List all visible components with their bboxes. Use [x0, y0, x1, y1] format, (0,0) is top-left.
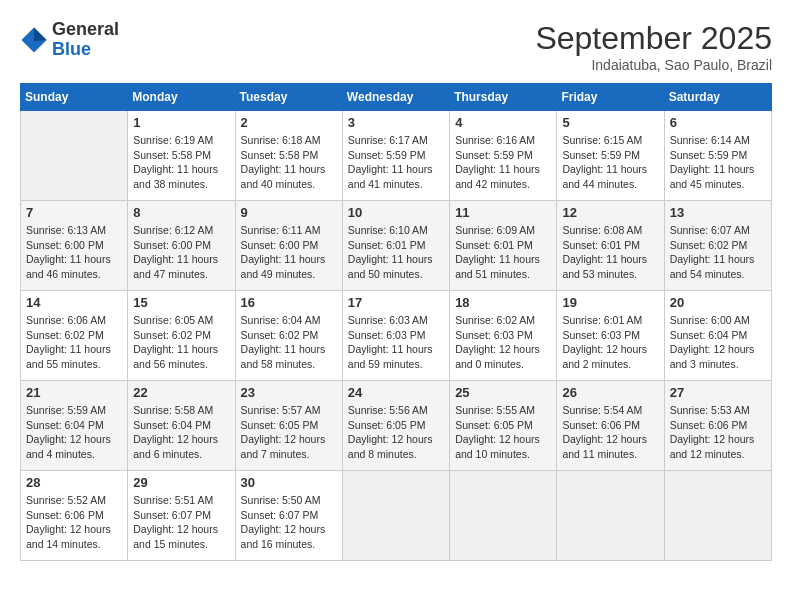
week-row-1: 1Sunrise: 6:19 AMSunset: 5:58 PMDaylight…	[21, 111, 772, 201]
calendar-cell: 2Sunrise: 6:18 AMSunset: 5:58 PMDaylight…	[235, 111, 342, 201]
day-number: 19	[562, 295, 658, 310]
day-info: Sunrise: 6:06 AMSunset: 6:02 PMDaylight:…	[26, 313, 122, 372]
week-row-2: 7Sunrise: 6:13 AMSunset: 6:00 PMDaylight…	[21, 201, 772, 291]
day-info: Sunrise: 6:13 AMSunset: 6:00 PMDaylight:…	[26, 223, 122, 282]
logo-text: General Blue	[52, 20, 119, 60]
day-info: Sunrise: 6:04 AMSunset: 6:02 PMDaylight:…	[241, 313, 337, 372]
day-info: Sunrise: 6:01 AMSunset: 6:03 PMDaylight:…	[562, 313, 658, 372]
svg-marker-1	[34, 27, 47, 41]
calendar-cell: 5Sunrise: 6:15 AMSunset: 5:59 PMDaylight…	[557, 111, 664, 201]
calendar-cell: 29Sunrise: 5:51 AMSunset: 6:07 PMDayligh…	[128, 471, 235, 561]
weekday-header-wednesday: Wednesday	[342, 84, 449, 111]
day-number: 8	[133, 205, 229, 220]
day-info: Sunrise: 6:10 AMSunset: 6:01 PMDaylight:…	[348, 223, 444, 282]
weekday-header-thursday: Thursday	[450, 84, 557, 111]
calendar-cell: 27Sunrise: 5:53 AMSunset: 6:06 PMDayligh…	[664, 381, 771, 471]
day-number: 11	[455, 205, 551, 220]
day-info: Sunrise: 5:50 AMSunset: 6:07 PMDaylight:…	[241, 493, 337, 552]
day-number: 6	[670, 115, 766, 130]
logo: General Blue	[20, 20, 119, 60]
calendar-cell: 13Sunrise: 6:07 AMSunset: 6:02 PMDayligh…	[664, 201, 771, 291]
calendar-cell: 28Sunrise: 5:52 AMSunset: 6:06 PMDayligh…	[21, 471, 128, 561]
calendar-cell	[664, 471, 771, 561]
day-info: Sunrise: 5:54 AMSunset: 6:06 PMDaylight:…	[562, 403, 658, 462]
day-info: Sunrise: 6:08 AMSunset: 6:01 PMDaylight:…	[562, 223, 658, 282]
page-header: General Blue September 2025 Indaiatuba, …	[20, 20, 772, 73]
weekday-header-monday: Monday	[128, 84, 235, 111]
day-number: 16	[241, 295, 337, 310]
calendar-cell: 4Sunrise: 6:16 AMSunset: 5:59 PMDaylight…	[450, 111, 557, 201]
day-info: Sunrise: 6:19 AMSunset: 5:58 PMDaylight:…	[133, 133, 229, 192]
calendar-cell: 26Sunrise: 5:54 AMSunset: 6:06 PMDayligh…	[557, 381, 664, 471]
day-info: Sunrise: 5:59 AMSunset: 6:04 PMDaylight:…	[26, 403, 122, 462]
calendar-cell: 24Sunrise: 5:56 AMSunset: 6:05 PMDayligh…	[342, 381, 449, 471]
month-title: September 2025	[535, 20, 772, 57]
day-info: Sunrise: 5:51 AMSunset: 6:07 PMDaylight:…	[133, 493, 229, 552]
week-row-4: 21Sunrise: 5:59 AMSunset: 6:04 PMDayligh…	[21, 381, 772, 471]
day-number: 3	[348, 115, 444, 130]
day-number: 12	[562, 205, 658, 220]
calendar-cell: 21Sunrise: 5:59 AMSunset: 6:04 PMDayligh…	[21, 381, 128, 471]
day-number: 2	[241, 115, 337, 130]
logo-icon	[20, 26, 48, 54]
day-info: Sunrise: 6:00 AMSunset: 6:04 PMDaylight:…	[670, 313, 766, 372]
day-number: 14	[26, 295, 122, 310]
day-number: 15	[133, 295, 229, 310]
calendar-cell: 20Sunrise: 6:00 AMSunset: 6:04 PMDayligh…	[664, 291, 771, 381]
calendar-cell	[21, 111, 128, 201]
day-info: Sunrise: 5:55 AMSunset: 6:05 PMDaylight:…	[455, 403, 551, 462]
day-number: 22	[133, 385, 229, 400]
calendar-cell: 23Sunrise: 5:57 AMSunset: 6:05 PMDayligh…	[235, 381, 342, 471]
day-number: 18	[455, 295, 551, 310]
calendar-cell: 18Sunrise: 6:02 AMSunset: 6:03 PMDayligh…	[450, 291, 557, 381]
day-number: 24	[348, 385, 444, 400]
day-number: 7	[26, 205, 122, 220]
calendar-cell: 10Sunrise: 6:10 AMSunset: 6:01 PMDayligh…	[342, 201, 449, 291]
calendar-cell	[342, 471, 449, 561]
weekday-header-sunday: Sunday	[21, 84, 128, 111]
calendar-table: SundayMondayTuesdayWednesdayThursdayFrid…	[20, 83, 772, 561]
weekday-header-row: SundayMondayTuesdayWednesdayThursdayFrid…	[21, 84, 772, 111]
weekday-header-friday: Friday	[557, 84, 664, 111]
day-info: Sunrise: 6:07 AMSunset: 6:02 PMDaylight:…	[670, 223, 766, 282]
day-number: 13	[670, 205, 766, 220]
day-info: Sunrise: 6:02 AMSunset: 6:03 PMDaylight:…	[455, 313, 551, 372]
day-number: 23	[241, 385, 337, 400]
calendar-cell: 12Sunrise: 6:08 AMSunset: 6:01 PMDayligh…	[557, 201, 664, 291]
day-info: Sunrise: 6:09 AMSunset: 6:01 PMDaylight:…	[455, 223, 551, 282]
title-block: September 2025 Indaiatuba, Sao Paulo, Br…	[535, 20, 772, 73]
location-subtitle: Indaiatuba, Sao Paulo, Brazil	[535, 57, 772, 73]
day-number: 21	[26, 385, 122, 400]
day-number: 1	[133, 115, 229, 130]
calendar-cell: 15Sunrise: 6:05 AMSunset: 6:02 PMDayligh…	[128, 291, 235, 381]
day-info: Sunrise: 5:53 AMSunset: 6:06 PMDaylight:…	[670, 403, 766, 462]
day-info: Sunrise: 6:15 AMSunset: 5:59 PMDaylight:…	[562, 133, 658, 192]
day-number: 17	[348, 295, 444, 310]
day-number: 4	[455, 115, 551, 130]
calendar-cell: 19Sunrise: 6:01 AMSunset: 6:03 PMDayligh…	[557, 291, 664, 381]
calendar-cell: 16Sunrise: 6:04 AMSunset: 6:02 PMDayligh…	[235, 291, 342, 381]
day-number: 10	[348, 205, 444, 220]
calendar-cell: 17Sunrise: 6:03 AMSunset: 6:03 PMDayligh…	[342, 291, 449, 381]
calendar-cell: 25Sunrise: 5:55 AMSunset: 6:05 PMDayligh…	[450, 381, 557, 471]
calendar-cell: 14Sunrise: 6:06 AMSunset: 6:02 PMDayligh…	[21, 291, 128, 381]
day-info: Sunrise: 6:11 AMSunset: 6:00 PMDaylight:…	[241, 223, 337, 282]
day-number: 30	[241, 475, 337, 490]
calendar-cell: 1Sunrise: 6:19 AMSunset: 5:58 PMDaylight…	[128, 111, 235, 201]
day-info: Sunrise: 6:05 AMSunset: 6:02 PMDaylight:…	[133, 313, 229, 372]
calendar-cell: 6Sunrise: 6:14 AMSunset: 5:59 PMDaylight…	[664, 111, 771, 201]
day-number: 29	[133, 475, 229, 490]
day-number: 20	[670, 295, 766, 310]
day-info: Sunrise: 6:16 AMSunset: 5:59 PMDaylight:…	[455, 133, 551, 192]
calendar-cell: 9Sunrise: 6:11 AMSunset: 6:00 PMDaylight…	[235, 201, 342, 291]
day-number: 26	[562, 385, 658, 400]
calendar-cell: 3Sunrise: 6:17 AMSunset: 5:59 PMDaylight…	[342, 111, 449, 201]
day-number: 9	[241, 205, 337, 220]
weekday-header-saturday: Saturday	[664, 84, 771, 111]
day-info: Sunrise: 5:52 AMSunset: 6:06 PMDaylight:…	[26, 493, 122, 552]
day-number: 5	[562, 115, 658, 130]
day-info: Sunrise: 5:57 AMSunset: 6:05 PMDaylight:…	[241, 403, 337, 462]
calendar-cell: 22Sunrise: 5:58 AMSunset: 6:04 PMDayligh…	[128, 381, 235, 471]
calendar-cell	[557, 471, 664, 561]
day-number: 27	[670, 385, 766, 400]
